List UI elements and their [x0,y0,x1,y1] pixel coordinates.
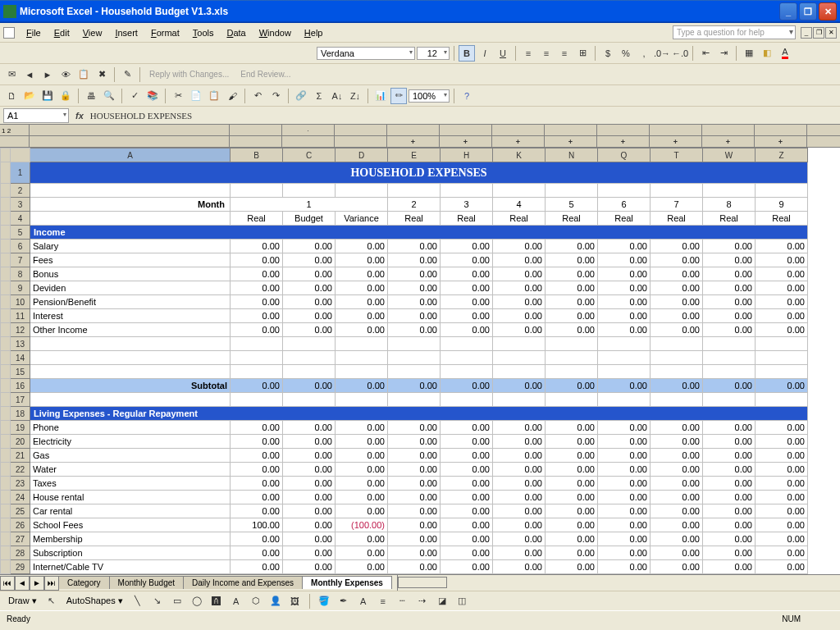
cell[interactable]: 0.00 [336,463,388,477]
merge-center-button[interactable]: ⊞ [574,45,591,62]
cell[interactable]: 0.00 [546,491,598,504]
menu-edit[interactable]: Edit [48,26,76,39]
column-outline-bar-2[interactable]: ++++++++ [0,136,840,148]
cell[interactable]: 0.00 [388,240,441,253]
cell[interactable]: 0.00 [651,504,703,518]
cell[interactable]: 0.00 [703,281,756,295]
spelling-button[interactable]: ✓ [126,88,143,104]
cell[interactable]: 0.00 [388,267,441,281]
new-button[interactable]: 🗋 [3,88,20,104]
cell[interactable]: 0.00 [283,253,336,267]
currency-button[interactable]: $ [600,45,616,62]
row-header-3[interactable]: 3 [11,198,30,212]
cell[interactable]: 0.00 [336,253,388,267]
cell[interactable]: 0.00 [231,267,283,281]
row-header-10[interactable]: 10 [11,295,30,309]
cell[interactable]: 0.00 [651,323,703,337]
cell[interactable]: 0.00 [703,560,756,574]
3d-icon[interactable]: ◫ [454,593,470,609]
section-header[interactable]: Living Expenses - Regular Repayment [30,407,808,421]
cell[interactable]: 0.00 [283,323,336,337]
close-button[interactable]: ✕ [819,2,837,21]
cell[interactable]: 0.00 [388,546,441,560]
cell[interactable]: 0.00 [756,491,808,504]
cell[interactable]: 0.00 [441,560,493,574]
cell[interactable]: 0.00 [598,477,651,491]
cell[interactable]: 0.00 [336,449,388,463]
cell[interactable]: 0.00 [703,435,756,449]
new-comment-button[interactable]: ✉ [3,66,20,83]
font-color-button[interactable]: A [777,45,793,62]
show-comment-button[interactable]: 👁 [57,66,74,83]
cell[interactable]: 0.00 [651,477,703,491]
row-label[interactable]: Interest [30,309,231,323]
cell[interactable]: 0.00 [493,295,546,309]
row-label[interactable]: Other Income [30,323,231,337]
cell[interactable]: 0.00 [283,477,336,491]
fill-color-icon[interactable]: 🪣 [316,593,332,609]
cell[interactable]: 0.00 [703,546,756,560]
cell[interactable]: 0.00 [493,267,546,281]
cell[interactable]: 0.00 [703,449,756,463]
cell[interactable]: 0.00 [441,449,493,463]
cell[interactable]: 0.00 [546,323,598,337]
horizontal-scrollbar[interactable] [397,575,840,591]
cell[interactable]: 0.00 [388,491,441,504]
select-objects-button[interactable]: ↖ [43,593,60,609]
cell[interactable]: 0.00 [388,323,441,337]
row-header-20[interactable]: 20 [11,435,30,449]
maximize-button[interactable]: ❐ [799,2,817,21]
cell[interactable]: 0.00 [598,504,651,518]
dash-style-icon[interactable]: ┄ [395,593,411,609]
cell[interactable]: 0.00 [388,518,441,532]
cell[interactable]: 0.00 [493,560,546,574]
cell[interactable]: 0.00 [283,532,336,546]
cell[interactable]: 0.00 [231,295,283,309]
help-button[interactable]: ? [459,88,475,104]
cell[interactable]: 0.00 [336,546,388,560]
chart-wizard-button[interactable]: 📊 [372,88,389,104]
row-header-19[interactable]: 19 [11,421,30,435]
cell[interactable]: 0.00 [231,253,283,267]
cell[interactable]: 0.00 [703,504,756,518]
cell[interactable]: 0.00 [598,560,651,574]
cell[interactable]: 0.00 [756,309,808,323]
column-header-T[interactable]: T [651,148,703,162]
cell[interactable]: 0.00 [441,477,493,491]
cell[interactable]: 0.00 [546,518,598,532]
help-search[interactable]: Type a question for help [673,25,796,39]
cell[interactable]: 0.00 [388,477,441,491]
cell[interactable]: 0.00 [388,253,441,267]
cell[interactable]: 0.00 [756,435,808,449]
cell[interactable]: 0.00 [598,435,651,449]
row-header-28[interactable]: 28 [11,546,30,560]
cell[interactable]: 0.00 [756,253,808,267]
cell[interactable]: 0.00 [441,240,493,253]
cell[interactable]: 0.00 [441,504,493,518]
cell[interactable]: 0.00 [598,518,651,532]
cell[interactable]: 0.00 [651,435,703,449]
section-header[interactable]: Income [30,226,808,240]
tab-next-button[interactable]: ► [30,576,44,591]
bold-button[interactable]: B [459,45,475,62]
cell[interactable]: 0.00 [336,560,388,574]
font-size-select[interactable]: 12 [417,47,450,60]
line-icon[interactable]: ╲ [130,593,146,609]
row-header-2[interactable]: 2 [11,184,30,198]
cell[interactable]: 0.00 [651,421,703,435]
cell[interactable]: 0.00 [231,449,283,463]
cell[interactable]: 0.00 [283,546,336,560]
row-header-26[interactable]: 26 [11,518,30,532]
cell[interactable]: 0.00 [651,295,703,309]
row-label[interactable]: Fees [30,253,231,267]
cell[interactable]: 0.00 [283,240,336,253]
cell[interactable]: 0.00 [598,546,651,560]
cell[interactable]: 0.00 [441,532,493,546]
cell[interactable]: 0.00 [231,421,283,435]
row-label[interactable]: Bonus [30,267,231,281]
cell[interactable]: 0.00 [546,295,598,309]
row-label[interactable]: Taxes [30,477,231,491]
cell[interactable]: 0.00 [703,491,756,504]
cell[interactable]: 0.00 [336,281,388,295]
cell[interactable]: 0.00 [651,532,703,546]
